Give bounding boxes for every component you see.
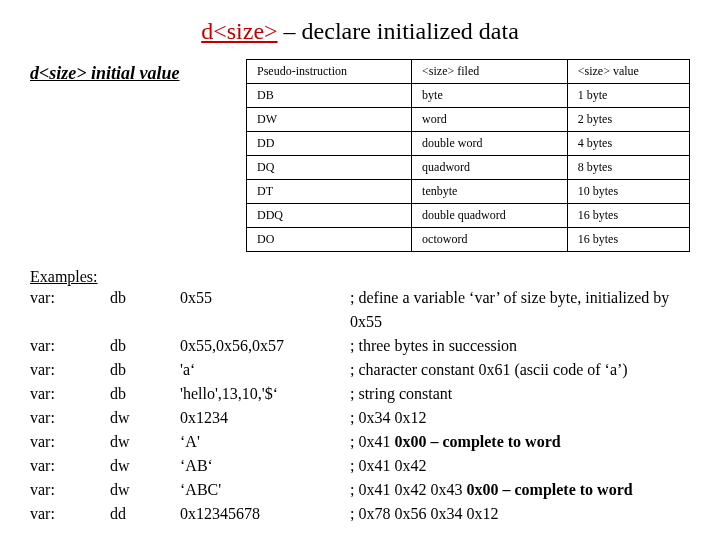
example-op: dw bbox=[110, 478, 180, 502]
example-comment: ; three bytes in succession bbox=[350, 334, 690, 358]
example-row: var:dw0x1234; 0x34 0x12 bbox=[30, 406, 690, 430]
example-value: 0x1234 bbox=[180, 406, 350, 430]
title-keyword: d<size> bbox=[201, 18, 277, 44]
example-value: ‘AB‘ bbox=[180, 454, 350, 478]
example-op: dw bbox=[110, 406, 180, 430]
table-cell: DDQ bbox=[247, 204, 412, 228]
table-cell: double word bbox=[412, 132, 568, 156]
table-header-cell: <size> value bbox=[567, 60, 689, 84]
example-row: var:db'hello',13,10,'$‘; string constant bbox=[30, 382, 690, 406]
table-cell: DD bbox=[247, 132, 412, 156]
example-op: dw bbox=[110, 430, 180, 454]
table-cell: 16 bytes bbox=[567, 204, 689, 228]
table-row: DBbyte1 byte bbox=[247, 84, 690, 108]
example-var: var: bbox=[30, 478, 110, 502]
title-rest: – declare initialized data bbox=[278, 18, 519, 44]
example-value: 'hello',13,10,'$‘ bbox=[180, 382, 350, 406]
table-header-cell: <size> filed bbox=[412, 60, 568, 84]
table-row: DWword2 bytes bbox=[247, 108, 690, 132]
example-value: ‘A' bbox=[180, 430, 350, 454]
table-cell: octoword bbox=[412, 228, 568, 252]
table-cell: 4 bytes bbox=[567, 132, 689, 156]
size-table: Pseudo-instruction<size> filed<size> val… bbox=[246, 59, 690, 252]
example-op: dw bbox=[110, 454, 180, 478]
example-value: 0x55,0x56,0x57 bbox=[180, 334, 350, 358]
example-comment: ; 0x41 0x42 0x43 0x00 – complete to word bbox=[350, 478, 690, 502]
table-cell: 8 bytes bbox=[567, 156, 689, 180]
comment-bold: 0x00 – complete to word bbox=[394, 433, 560, 450]
example-value: ‘ABC' bbox=[180, 478, 350, 502]
table-cell: byte bbox=[412, 84, 568, 108]
example-value: 0x12345678 bbox=[180, 502, 350, 526]
slide-title: d<size> – declare initialized data bbox=[30, 18, 690, 45]
example-comment: ; 0x41 0x42 bbox=[350, 454, 690, 478]
example-var: var: bbox=[30, 502, 110, 526]
example-var: var: bbox=[30, 454, 110, 478]
table-cell: DT bbox=[247, 180, 412, 204]
example-op: db bbox=[110, 286, 180, 334]
example-row: var:db0x55; define a variable ‘var’ of s… bbox=[30, 286, 690, 334]
table-cell: DW bbox=[247, 108, 412, 132]
example-row: var:db0x55,0x56,0x57; three bytes in suc… bbox=[30, 334, 690, 358]
example-var: var: bbox=[30, 406, 110, 430]
example-var: var: bbox=[30, 430, 110, 454]
comment-bold: 0x00 – complete to word bbox=[466, 481, 632, 498]
example-comment: ; string constant bbox=[350, 382, 690, 406]
table-cell: tenbyte bbox=[412, 180, 568, 204]
syntax-line: d<size> initial value bbox=[30, 59, 230, 252]
example-row: var:dw‘AB‘; 0x41 0x42 bbox=[30, 454, 690, 478]
table-cell: DQ bbox=[247, 156, 412, 180]
example-comment: ; 0x78 0x56 0x34 0x12 bbox=[350, 502, 690, 526]
table-row: DOoctoword16 bytes bbox=[247, 228, 690, 252]
example-value: 'a‘ bbox=[180, 358, 350, 382]
table-header-cell: Pseudo-instruction bbox=[247, 60, 412, 84]
table-cell: quadword bbox=[412, 156, 568, 180]
table-row: DDdouble word4 bytes bbox=[247, 132, 690, 156]
table-cell: 10 bytes bbox=[567, 180, 689, 204]
example-row: var:dw‘A'; 0x41 0x00 – complete to word bbox=[30, 430, 690, 454]
example-var: var: bbox=[30, 358, 110, 382]
table-cell: DO bbox=[247, 228, 412, 252]
example-comment: ; define a variable ‘var’ of size byte, … bbox=[350, 286, 690, 334]
examples-heading: Examples: bbox=[30, 268, 690, 286]
example-var: var: bbox=[30, 334, 110, 358]
example-op: dd bbox=[110, 502, 180, 526]
example-row: var:db'a‘; character constant 0x61 (asci… bbox=[30, 358, 690, 382]
table-row: DQquadword8 bytes bbox=[247, 156, 690, 180]
table-cell: 16 bytes bbox=[567, 228, 689, 252]
table-cell: 1 byte bbox=[567, 84, 689, 108]
table-row: DDQdouble quadword16 bytes bbox=[247, 204, 690, 228]
example-var: var: bbox=[30, 382, 110, 406]
example-op: db bbox=[110, 358, 180, 382]
example-comment: ; character constant 0x61 (ascii code of… bbox=[350, 358, 690, 382]
table-cell: word bbox=[412, 108, 568, 132]
example-op: db bbox=[110, 334, 180, 358]
table-cell: DB bbox=[247, 84, 412, 108]
example-row: var:dw‘ABC'; 0x41 0x42 0x43 0x00 – compl… bbox=[30, 478, 690, 502]
example-comment: ; 0x41 0x00 – complete to word bbox=[350, 430, 690, 454]
examples-list: var:db0x55; define a variable ‘var’ of s… bbox=[30, 286, 690, 526]
table-cell: 2 bytes bbox=[567, 108, 689, 132]
example-comment: ; 0x34 0x12 bbox=[350, 406, 690, 430]
example-row: var:dd0x12345678; 0x78 0x56 0x34 0x12 bbox=[30, 502, 690, 526]
example-op: db bbox=[110, 382, 180, 406]
table-cell: double quadword bbox=[412, 204, 568, 228]
table-row: DTtenbyte10 bytes bbox=[247, 180, 690, 204]
example-value: 0x55 bbox=[180, 286, 350, 334]
example-var: var: bbox=[30, 286, 110, 334]
